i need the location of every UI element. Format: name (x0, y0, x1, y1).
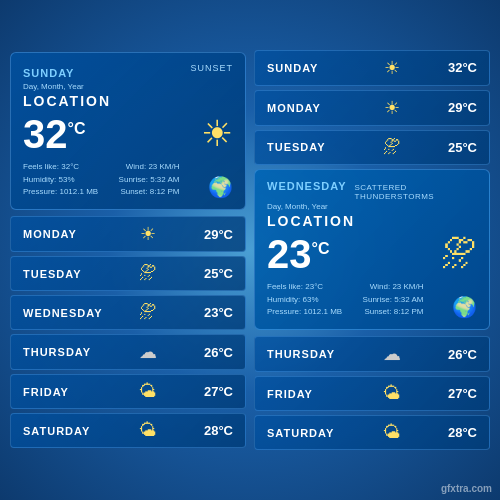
left-row-wednesday: WEDNESDAY ⛈ 23°C (10, 295, 246, 330)
left-main-details-left: Feels like: 32°C Humidity: 53% Pressure:… (23, 161, 98, 199)
left-row-monday: MONDAY ☀ 29°C (10, 216, 246, 252)
left-panel: SUNDAY SUNSET Day, Month, Year LOCATION … (10, 52, 246, 448)
left-row-thursday: THURSDAY ☁ 26°C (10, 334, 246, 370)
globe-icon-right: 🌍 (452, 295, 477, 319)
right-main-location: LOCATION (267, 213, 477, 229)
right-main-temp: 23°C (267, 234, 329, 274)
right-main-details-left: Feels like: 23°C Humidity: 63% Pressure:… (267, 281, 342, 319)
right-row-monday: MONDAY ☀ 29°C (254, 90, 490, 126)
right-main-details-right: Wind: 23 KM/H Sunrise: 5:32 AM Sunset: 8… (363, 281, 424, 319)
right-row-thursday: THURSDAY ☁ 26°C (254, 336, 490, 372)
left-main-details-right: Wind: 23 KM/H Sunrise: 5:32 AM Sunset: 8… (119, 161, 180, 199)
right-row-saturday: SATURDAY 🌤 28°C (254, 415, 490, 450)
right-scattered-label: SCATTERED THUNDERSTORMS (355, 183, 478, 201)
left-row-friday: FRIDAY 🌤 27°C (10, 374, 246, 409)
right-row-sunday: SUNDAY ☀ 32°C (254, 50, 490, 86)
degree-symbol-right: °C (312, 239, 330, 256)
right-main-icon: ⛈ (441, 233, 477, 275)
left-main-card: SUNDAY SUNSET Day, Month, Year LOCATION … (10, 52, 246, 210)
left-main-icon: ☀ (201, 113, 233, 155)
left-main-label: SUNSET (190, 63, 233, 73)
right-panel: SUNDAY ☀ 32°C MONDAY ☀ 29°C TUESDAY ⛈ 25… (254, 50, 490, 450)
watermark: gfxtra.com (441, 483, 492, 494)
right-main-date: Day, Month, Year (267, 202, 477, 211)
right-row-friday: FRIDAY 🌤 27°C (254, 376, 490, 411)
globe-icon-left: 🌍 (208, 175, 233, 199)
left-row-saturday: SATURDAY 🌤 28°C (10, 413, 246, 448)
right-main-card: WEDNESDAY SCATTERED THUNDERSTORMS Day, M… (254, 169, 490, 330)
left-main-date: Day, Month, Year (23, 82, 233, 91)
right-row-tuesday: TUESDAY ⛈ 25°C (254, 130, 490, 165)
degree-symbol: °C (68, 119, 86, 136)
right-main-day: WEDNESDAY (267, 180, 347, 192)
left-main-day: SUNDAY (23, 67, 74, 79)
left-row-tuesday: TUESDAY ⛈ 25°C (10, 256, 246, 291)
left-main-temp: 32°C (23, 114, 85, 154)
left-main-location: LOCATION (23, 93, 233, 109)
